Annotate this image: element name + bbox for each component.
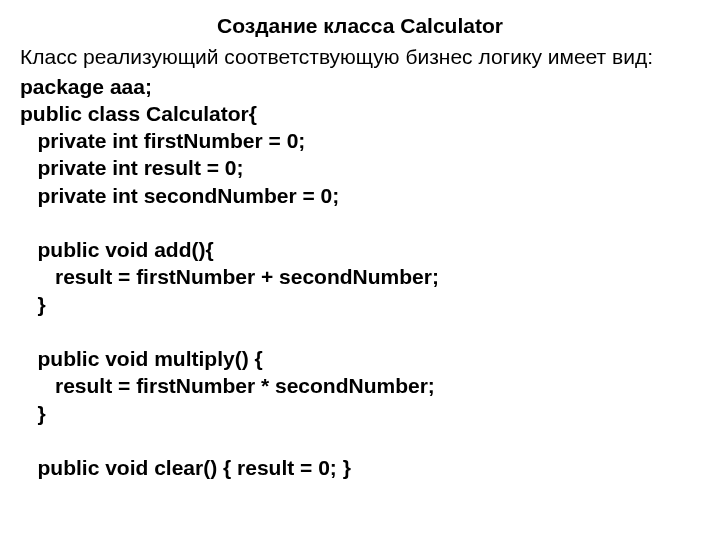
code-line: result = firstNumber * secondNumber; <box>20 372 700 399</box>
code-line: public class Calculator{ <box>20 100 700 127</box>
code-line: } <box>20 400 700 427</box>
code-line: result = firstNumber + secondNumber; <box>20 263 700 290</box>
blank-line <box>20 209 700 236</box>
code-line: private int result = 0; <box>20 154 700 181</box>
blank-line <box>20 318 700 345</box>
slide-title: Создание класса Calculator <box>20 12 700 39</box>
code-line: public void add(){ <box>20 236 700 263</box>
blank-line <box>20 427 700 454</box>
code-line: } <box>20 291 700 318</box>
slide-description: Класс реализующий соответствующую бизнес… <box>48 43 700 70</box>
code-line: public void multiply() { <box>20 345 700 372</box>
code-line: public void clear() { result = 0; } <box>20 454 700 481</box>
code-line: private int secondNumber = 0; <box>20 182 700 209</box>
code-line: private int firstNumber = 0; <box>20 127 700 154</box>
code-line: package aaa; <box>20 73 700 100</box>
